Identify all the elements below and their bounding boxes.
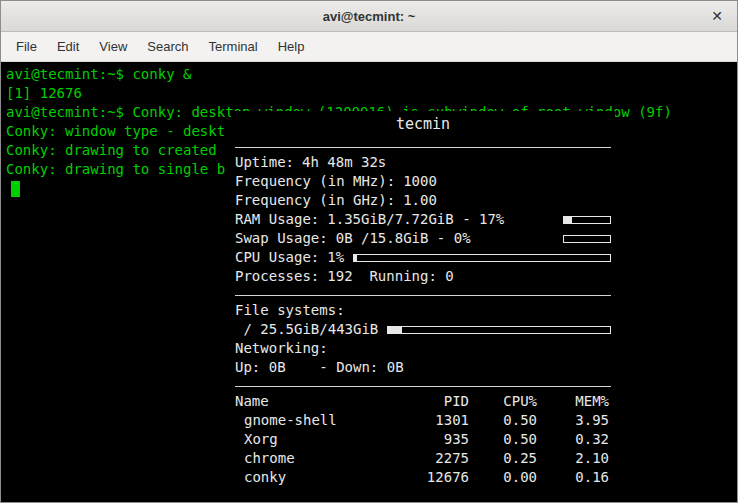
process-mem: 0.16 — [537, 468, 609, 487]
process-cpu: 0.50 — [469, 430, 537, 449]
swap-usage-row: Swap Usage: 0B /15.8GiB - 0% — [235, 229, 611, 248]
menu-item-search[interactable]: Search — [137, 34, 198, 59]
uptime-label: Uptime: — [235, 153, 294, 172]
titlebar[interactable]: avi@tecmint: ~ ✕ — [1, 1, 737, 32]
terminal-cursor — [11, 181, 20, 197]
network-updown-value: Up: 0B - Down: 0B — [235, 358, 404, 377]
uptime-row: Uptime: 4h 48m 32s — [235, 153, 611, 172]
conky-divider — [235, 147, 611, 148]
ram-usage-row: RAM Usage: 1.35GiB/7.72GiB - 17% — [235, 210, 611, 229]
conky-divider — [235, 386, 611, 387]
terminal-line: [1] 12676 — [6, 84, 732, 103]
swap-usage-bar — [563, 235, 611, 243]
process-pid: 1301 — [397, 411, 469, 430]
conky-hostname: tecmin — [235, 111, 611, 137]
ram-usage-bar — [563, 216, 611, 224]
process-header-name: Name — [235, 392, 397, 411]
processes-value: 192 Running: 0 — [327, 267, 453, 286]
process-header-pid: PID — [397, 392, 469, 411]
cpu-usage-value: 1% — [327, 248, 344, 267]
process-name: chrome — [235, 449, 397, 468]
networking-title: Networking: — [235, 339, 611, 358]
terminal-area[interactable]: avi@tecmint:~$ conky & [1] 12676 avi@tec… — [1, 62, 737, 502]
frequency-ghz-row: Frequency (in GHz): 1.00 — [235, 191, 611, 210]
process-mem: 2.10 — [537, 449, 609, 468]
frequency-mhz-label: Frequency (in MHz): — [235, 172, 395, 191]
menu-item-edit[interactable]: Edit — [47, 34, 89, 59]
conky-overlay: tecmin Uptime: 4h 48m 32s Frequency (in … — [231, 111, 615, 502]
process-mem: 3.95 — [537, 411, 609, 430]
uptime-value: 4h 48m 32s — [302, 153, 386, 172]
filesystem-usage-bar — [387, 326, 611, 334]
process-pid: 2275 — [397, 449, 469, 468]
terminal-window: avi@tecmint: ~ ✕ File Edit View Search T… — [0, 0, 738, 503]
processes-label: Processes: — [235, 267, 319, 286]
swap-usage-label: Swap Usage: — [235, 229, 328, 248]
process-cpu: 0.25 — [469, 449, 537, 468]
menu-item-terminal[interactable]: Terminal — [199, 34, 268, 59]
process-pid: 12676 — [397, 468, 469, 487]
cpu-usage-label: CPU Usage: — [235, 248, 319, 267]
frequency-ghz-label: Frequency (in GHz): — [235, 191, 395, 210]
ram-usage-value: 1.35GiB/7.72GiB - 17% — [327, 210, 504, 229]
filesystem-root-value: / 25.5GiB/443GiB — [235, 320, 378, 339]
filesystems-title: File systems: — [235, 301, 611, 320]
process-name: Xorg — [235, 430, 397, 449]
swap-usage-value: 0B /15.8GiB - 0% — [336, 229, 471, 248]
conky-divider — [235, 295, 611, 296]
terminal-line: avi@tecmint:~$ conky & — [6, 65, 732, 84]
menubar: File Edit View Search Terminal Help — [1, 32, 737, 62]
menu-item-view[interactable]: View — [89, 34, 137, 59]
process-name: conky — [235, 468, 397, 487]
process-mem: 0.32 — [537, 430, 609, 449]
frequency-ghz-value: 1.00 — [403, 191, 437, 210]
menu-item-help[interactable]: Help — [268, 34, 315, 59]
filesystem-root-row: / 25.5GiB/443GiB — [235, 320, 611, 339]
frequency-mhz-value: 1000 — [403, 172, 437, 191]
processes-row: Processes: 192 Running: 0 — [235, 267, 611, 286]
cpu-usage-row: CPU Usage: 1% — [235, 248, 611, 267]
process-header-mem: MEM% — [537, 392, 609, 411]
frequency-mhz-row: Frequency (in MHz): 1000 — [235, 172, 611, 191]
process-cpu: 0.50 — [469, 411, 537, 430]
window-title: avi@tecmint: ~ — [323, 9, 416, 24]
menu-item-file[interactable]: File — [6, 34, 47, 59]
process-name: gnome-shell — [235, 411, 397, 430]
network-updown-row: Up: 0B - Down: 0B — [235, 358, 611, 377]
ram-usage-label: RAM Usage: — [235, 210, 319, 229]
process-pid: 935 — [397, 430, 469, 449]
cpu-usage-bar — [353, 254, 611, 262]
process-cpu: 0.00 — [469, 468, 537, 487]
process-table: Name PID CPU% MEM% gnome-shell 1301 0.50… — [235, 392, 611, 487]
process-header-cpu: CPU% — [469, 392, 537, 411]
close-icon[interactable]: ✕ — [705, 1, 729, 31]
